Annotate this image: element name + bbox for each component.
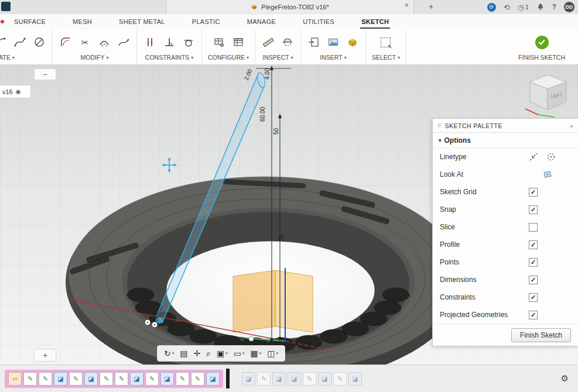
tab-manage[interactable]: MANAGE xyxy=(246,15,277,29)
look-at-icon[interactable]: ▤ xyxy=(178,349,189,358)
new-tab-button[interactable]: + xyxy=(426,1,436,12)
measure-tool-icon[interactable] xyxy=(261,35,275,49)
tangent-constraint-icon[interactable] xyxy=(182,35,196,49)
select-menu-label[interactable]: SELECT xyxy=(372,54,400,61)
construction-planes[interactable] xyxy=(233,270,313,332)
insert-dxf-icon[interactable] xyxy=(346,35,360,49)
create-menu-label[interactable]: ATE xyxy=(0,54,15,61)
select-tool-icon[interactable]: ↖ xyxy=(379,35,393,49)
finish-sketch-label[interactable]: FINISH SKETCH xyxy=(518,54,565,61)
modify-menu-label[interactable]: MODIFY xyxy=(81,54,109,61)
help-icon[interactable]: ? xyxy=(552,3,556,11)
insert-file-icon[interactable] xyxy=(307,35,321,49)
extrude-feature-icon[interactable] xyxy=(242,372,255,386)
inspect-menu-label[interactable]: INSPECT xyxy=(262,54,293,61)
sketch-feature-icon[interactable] xyxy=(303,372,316,386)
extrude-feature-icon[interactable] xyxy=(288,372,301,386)
sketch-palette-header[interactable]: ⠿ SKETCH PALETTE » xyxy=(433,119,578,133)
extrude-feature-icon[interactable] xyxy=(84,372,98,386)
viewcube[interactable]: LEFT xyxy=(521,68,573,121)
spline-tool-icon[interactable] xyxy=(13,35,27,49)
orbit-icon[interactable]: ↻ xyxy=(162,349,176,358)
history-icon[interactable]: ⟲ xyxy=(504,4,510,11)
configure-feature-icon[interactable] xyxy=(231,35,245,49)
finish-sketch-icon[interactable] xyxy=(535,35,549,49)
sketch-feature-icon[interactable] xyxy=(100,372,113,386)
fillet-tool-icon[interactable] xyxy=(59,35,73,49)
tab-sketch[interactable]: SKETCH xyxy=(360,15,390,29)
extrude-feature-icon[interactable] xyxy=(54,372,67,386)
zoom-icon[interactable]: ⌕ xyxy=(204,349,213,359)
sketch-feature-icon[interactable] xyxy=(257,372,271,386)
sketch-feature-icon[interactable] xyxy=(176,372,189,386)
browser-collapse-button[interactable]: – xyxy=(34,68,56,80)
tab-utilities[interactable]: UTILITIES xyxy=(302,15,336,29)
sketch-feature-icon[interactable] xyxy=(69,372,83,386)
extrude-feature-icon[interactable] xyxy=(160,372,174,386)
sketch-feature-icon[interactable] xyxy=(39,372,52,386)
browser-document-chip[interactable]: v16 ◉ xyxy=(0,85,31,98)
offset-tool-icon[interactable] xyxy=(97,35,111,49)
extrude-feature-icon[interactable] xyxy=(272,372,286,386)
app-logo-icon[interactable] xyxy=(1,2,11,11)
extend-tool-icon[interactable] xyxy=(117,35,131,49)
timeline-settings-gear-icon[interactable]: ⚙ xyxy=(561,373,573,384)
dimension-25mm[interactable]: 25 xyxy=(278,234,285,241)
dimension-50mm[interactable]: 50 xyxy=(273,128,279,135)
sketch-feature-icon[interactable] xyxy=(115,372,128,386)
grid-settings-icon[interactable]: ▦ xyxy=(249,349,264,358)
constraints-checkbox[interactable] xyxy=(529,293,538,302)
tab-mesh[interactable]: MESH xyxy=(71,15,93,29)
bell-icon[interactable] xyxy=(536,3,545,11)
arc-tool-icon[interactable] xyxy=(0,35,8,49)
construction-linetype-icon[interactable] xyxy=(529,152,538,161)
centerline-linetype-icon[interactable] xyxy=(546,152,556,161)
viewports-icon[interactable]: ◫ xyxy=(265,349,280,358)
pan-icon[interactable]: ✛ xyxy=(191,349,202,358)
points-checkbox[interactable] xyxy=(529,258,538,267)
sketch-feature-icon[interactable] xyxy=(333,372,347,386)
circle-tool-icon[interactable] xyxy=(32,35,46,49)
tab-surface[interactable]: SURFACE xyxy=(13,15,47,29)
browser-expand-button[interactable]: + xyxy=(34,349,56,362)
sketch-feature-icon[interactable] xyxy=(23,372,37,386)
avatar[interactable]: DD xyxy=(564,2,574,12)
viewport[interactable]: 2.00 4.00 60.00 50 25 xyxy=(0,64,578,365)
extrude-feature-icon[interactable] xyxy=(348,372,362,386)
notifications-button[interactable]: ◷ 1 xyxy=(518,4,529,11)
extrude-feature-icon[interactable] xyxy=(318,372,331,386)
vertical-constraint-icon[interactable] xyxy=(143,35,157,49)
profile-checkbox[interactable] xyxy=(529,240,538,249)
drag-handle-icon[interactable]: ⠿ xyxy=(437,123,442,129)
insert-menu-label[interactable]: INSERT xyxy=(320,54,346,61)
sketch-feature-icon[interactable] xyxy=(145,372,159,386)
palette-overflow-icon[interactable]: » xyxy=(570,122,573,129)
section-analysis-icon[interactable] xyxy=(281,35,295,49)
look-at-icon[interactable] xyxy=(543,170,552,179)
canvas-image-icon[interactable] xyxy=(326,35,340,49)
tab-plastic[interactable]: PLASTIC xyxy=(191,15,221,29)
dimension-2mm[interactable]: 2.00 xyxy=(243,68,254,81)
configuration-table-icon[interactable] xyxy=(212,35,226,49)
sketch-feature-icon[interactable] xyxy=(191,372,204,386)
extrude-feature-icon[interactable] xyxy=(130,372,143,386)
projected-geometries-checkbox[interactable] xyxy=(529,311,538,319)
tab-sheet-metal[interactable]: SHEET METAL xyxy=(118,15,166,29)
constraints-menu-label[interactable]: CONSTRAINTS xyxy=(145,54,193,61)
display-settings-icon[interactable]: ▭ xyxy=(232,349,247,358)
snap-checkbox[interactable] xyxy=(529,205,538,214)
trim-tool-icon[interactable]: ✂ xyxy=(78,35,92,49)
sketch-grid-checkbox[interactable] xyxy=(529,188,538,197)
extrude-feature-icon[interactable] xyxy=(206,372,220,386)
document-tab[interactable]: PiegeFrelon-TO82 v16* × xyxy=(166,0,414,13)
options-section-header[interactable]: ▾ Options xyxy=(433,133,578,148)
fit-icon[interactable]: ▣ xyxy=(215,349,230,358)
perpendicular-constraint-icon[interactable] xyxy=(162,35,176,49)
finish-sketch-button[interactable]: Finish Sketch xyxy=(511,328,571,342)
browser-visibility-icon[interactable]: ◉ xyxy=(16,88,21,95)
timeline-playhead[interactable] xyxy=(226,369,230,388)
dimension-4mm[interactable]: 4.00 xyxy=(264,68,271,80)
plane-feature-icon[interactable] xyxy=(8,372,22,386)
configure-menu-label[interactable]: CONFIGURE xyxy=(208,54,249,61)
job-status-icon[interactable]: ⟳ xyxy=(487,3,496,12)
